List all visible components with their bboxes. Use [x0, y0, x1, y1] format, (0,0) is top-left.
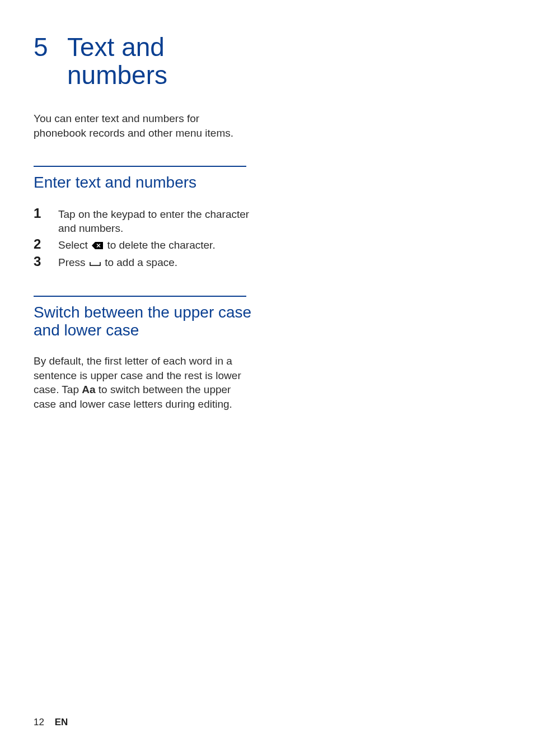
- step-text: Press to add a space.: [58, 254, 177, 270]
- section-rule: [34, 296, 246, 297]
- content-column: 5 Text and numbers You can enter text an…: [34, 34, 252, 412]
- intro-paragraph: You can enter text and numbers for phone…: [34, 111, 252, 140]
- step-text-pre: Tap on the keypad to enter the character…: [58, 208, 249, 235]
- step-row: 1 Tap on the keypad to enter the charact…: [34, 206, 252, 236]
- page: 5 Text and numbers You can enter text an…: [0, 0, 534, 756]
- page-footer: 12 EN: [34, 717, 68, 728]
- page-language: EN: [55, 717, 68, 727]
- step-text-post: to delete the character.: [107, 239, 215, 251]
- step-row: 2 Select to delete the character.: [34, 237, 252, 253]
- chapter-heading: 5 Text and numbers: [34, 34, 252, 89]
- section-title-case: Switch between the upper case and lower …: [34, 304, 252, 339]
- step-text-pre: Press: [58, 256, 88, 268]
- step-row: 3 Press to add a space.: [34, 254, 252, 270]
- section-body: By default, the first letter of each wor…: [34, 354, 252, 412]
- step-number: 3: [34, 254, 58, 269]
- chapter-title: Text and numbers: [67, 34, 252, 89]
- spacebar-icon: [90, 256, 101, 270]
- step-number: 1: [34, 206, 58, 221]
- steps-list: 1 Tap on the keypad to enter the charact…: [34, 206, 252, 270]
- chapter-number: 5: [34, 34, 67, 62]
- section-rule: [34, 166, 246, 167]
- step-text: Select to delete the character.: [58, 237, 216, 253]
- body-bold-aa: Aa: [82, 384, 95, 395]
- step-text-pre: Select: [58, 239, 91, 251]
- page-number: 12: [34, 717, 44, 727]
- step-number: 2: [34, 237, 58, 251]
- step-text: Tap on the keypad to enter the character…: [58, 206, 252, 236]
- backspace-icon: [92, 239, 103, 253]
- section-title-enter: Enter text and numbers: [34, 174, 252, 192]
- step-text-post: to add a space.: [105, 256, 177, 268]
